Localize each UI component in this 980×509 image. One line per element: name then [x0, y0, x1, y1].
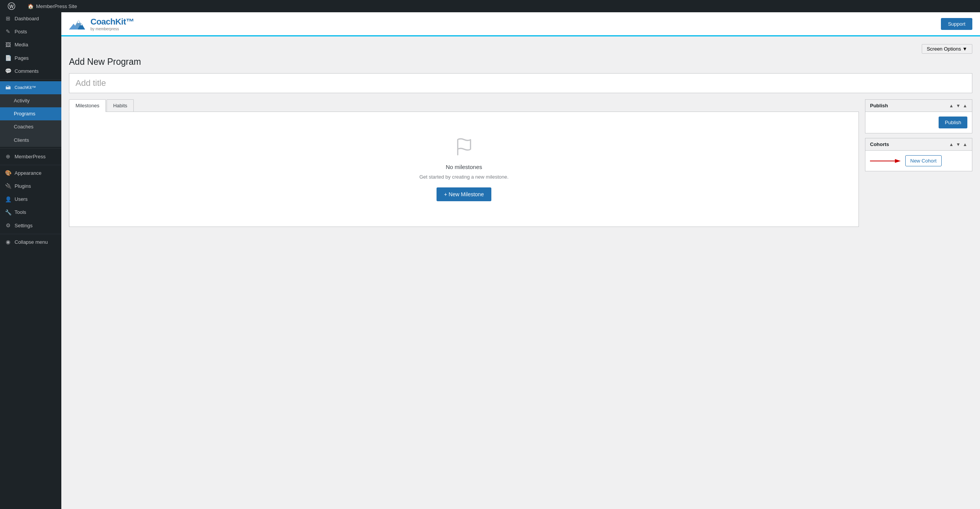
tab-milestones[interactable]: Milestones	[69, 99, 106, 112]
coachkit-icon: 🏔	[5, 84, 11, 91]
editor-sidebar: Publish ▲ ▼ ▲ Publish	[865, 99, 972, 171]
logo-text: CoachKit™ by memberpress	[90, 17, 134, 31]
flag-icon	[455, 137, 474, 158]
publish-panel-body: Publish	[865, 112, 972, 133]
support-button[interactable]: Support	[941, 18, 972, 30]
cohorts-panel-down-arrow[interactable]: ▼	[956, 142, 960, 147]
settings-icon: ⚙	[5, 222, 11, 229]
admin-bar: W 🏠 MemberPress Site	[0, 0, 980, 12]
new-milestone-button[interactable]: + New Milestone	[437, 187, 492, 201]
memberpress-icon: ⊕	[5, 153, 11, 160]
cohorts-panel-up-arrow[interactable]: ▲	[949, 142, 954, 147]
cohorts-panel-close[interactable]: ▲	[963, 142, 967, 147]
sidebar-item-settings[interactable]: ⚙ Settings	[0, 219, 61, 232]
sidebar: ⊞ Dashboard ✎ Posts 🖼 Media 📄 Pages 💬 Co…	[0, 12, 61, 509]
milestones-panel: No milestones Get started by creating a …	[69, 112, 859, 227]
sidebar-item-collapse[interactable]: ◉ Collapse menu	[0, 236, 61, 249]
publish-panel-controls: ▲ ▼ ▲	[949, 103, 967, 108]
sidebar-item-media[interactable]: 🖼 Media	[0, 38, 61, 51]
red-arrow-icon	[870, 157, 901, 165]
new-cohort-button[interactable]: New Cohort	[905, 155, 942, 166]
cohorts-panel-body: New Cohort	[865, 151, 972, 171]
sidebar-item-tools[interactable]: 🔧 Tools	[0, 206, 61, 219]
screen-options-button[interactable]: Screen Options ▼	[922, 44, 972, 54]
publish-panel-up-arrow[interactable]: ▲	[949, 103, 954, 108]
admin-bar-site-label: MemberPress Site	[36, 3, 77, 9]
editor-main: Milestones Habits	[69, 99, 859, 227]
sidebar-item-programs[interactable]: Programs	[0, 107, 61, 120]
publish-panel-header: Publish ▲ ▼ ▲	[865, 100, 972, 112]
editor-layout: Milestones Habits	[69, 99, 972, 227]
sidebar-item-pages[interactable]: 📄 Pages	[0, 52, 61, 65]
logo-mountain-icon	[69, 16, 88, 31]
pages-icon: 📄	[5, 55, 11, 62]
tab-bar: Milestones Habits	[69, 99, 859, 112]
home-icon: 🏠	[28, 3, 34, 9]
cohorts-panel-controls: ▲ ▼ ▲	[949, 142, 967, 147]
screen-options-bar: Screen Options ▼	[69, 44, 972, 54]
publish-button[interactable]: Publish	[939, 117, 967, 128]
svg-text:W: W	[9, 4, 14, 9]
sidebar-item-posts[interactable]: ✎ Posts	[0, 25, 61, 38]
publish-panel-title: Publish	[870, 103, 888, 108]
admin-bar-wp[interactable]: W	[5, 0, 18, 12]
coachkit-header: CoachKit™ by memberpress Support	[61, 12, 980, 36]
tools-icon: 🔧	[5, 209, 11, 216]
comments-icon: 💬	[5, 68, 11, 75]
sidebar-item-coaches[interactable]: Coaches	[0, 120, 61, 133]
page-area: Screen Options ▼ Add New Program Milesto…	[61, 36, 980, 509]
sidebar-item-users[interactable]: 👤 Users	[0, 193, 61, 206]
empty-state-title: No milestones	[446, 164, 482, 170]
admin-bar-home[interactable]: 🏠 MemberPress Site	[25, 0, 80, 12]
plugins-icon: 🔌	[5, 183, 11, 190]
main-content: CoachKit™ by memberpress Support Screen …	[61, 12, 980, 509]
empty-state-subtitle: Get started by creating a new milestone.	[419, 174, 509, 180]
media-icon: 🖼	[5, 41, 11, 48]
coachkit-logo: CoachKit™ by memberpress	[69, 16, 134, 31]
publish-panel-close[interactable]: ▲	[963, 103, 967, 108]
publish-panel: Publish ▲ ▼ ▲ Publish	[865, 99, 972, 133]
empty-state: No milestones Get started by creating a …	[419, 137, 509, 201]
sidebar-item-clients[interactable]: Clients	[0, 134, 61, 147]
sidebar-item-dashboard[interactable]: ⊞ Dashboard	[0, 12, 61, 25]
appearance-icon: 🎨	[5, 170, 11, 177]
cohorts-panel-header: Cohorts ▲ ▼ ▲	[865, 138, 972, 151]
page-title: Add New Program	[69, 57, 972, 67]
collapse-icon: ◉	[5, 239, 11, 246]
sidebar-item-memberpress[interactable]: ⊕ MemberPress	[0, 150, 61, 163]
sidebar-item-coachkit[interactable]: 🏔 CoachKit™	[0, 81, 61, 94]
sidebar-item-appearance[interactable]: 🎨 Appearance	[0, 167, 61, 180]
svg-marker-9	[895, 159, 901, 163]
users-icon: 👤	[5, 196, 11, 203]
cohorts-panel-title: Cohorts	[870, 141, 889, 147]
red-arrow-annotation	[870, 157, 901, 165]
posts-icon: ✎	[5, 28, 11, 35]
tab-habits[interactable]: Habits	[107, 99, 134, 112]
dashboard-icon: ⊞	[5, 15, 11, 22]
sidebar-item-comments[interactable]: 💬 Comments	[0, 65, 61, 78]
sidebar-item-activity[interactable]: Activity	[0, 94, 61, 107]
add-title-input[interactable]	[69, 73, 972, 93]
sidebar-item-plugins[interactable]: 🔌 Plugins	[0, 180, 61, 193]
cohorts-panel: Cohorts ▲ ▼ ▲	[865, 138, 972, 171]
publish-panel-down-arrow[interactable]: ▼	[956, 103, 960, 108]
